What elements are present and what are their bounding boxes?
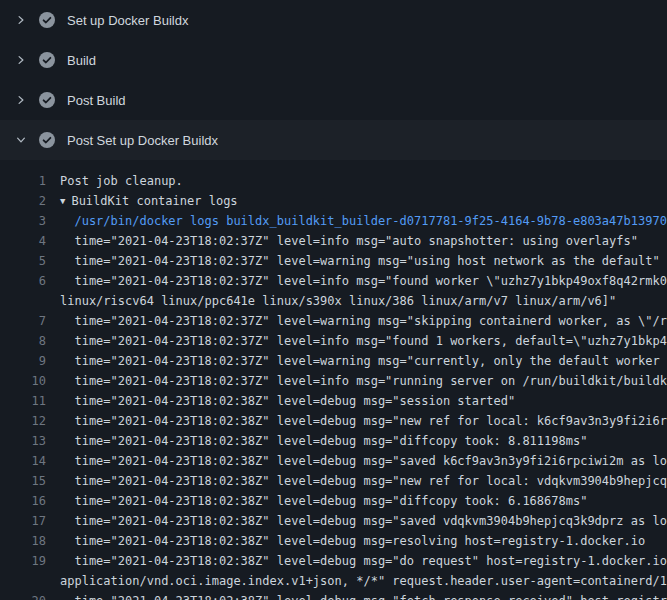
step-header-build[interactable]: Build	[0, 40, 667, 80]
line-number: 15	[0, 471, 46, 491]
log-line: 4 time="2021-04-23T18:02:37Z" level=info…	[0, 231, 667, 251]
log-line: 7 time="2021-04-23T18:02:37Z" level=warn…	[0, 311, 667, 331]
log-text: time="2021-04-23T18:02:38Z" level=debug …	[60, 491, 587, 511]
log-line: 16 time="2021-04-23T18:02:38Z" level=deb…	[0, 491, 667, 511]
line-number: 20	[0, 591, 46, 600]
log-text: time="2021-04-23T18:02:38Z" level=debug …	[60, 591, 667, 600]
triangle-down-icon: ▼	[60, 191, 65, 211]
log-text: time="2021-04-23T18:02:38Z" level=debug …	[60, 511, 667, 531]
line-number	[0, 291, 46, 311]
chevron-right-icon	[14, 53, 28, 67]
log-text: time="2021-04-23T18:02:37Z" level=warnin…	[60, 311, 667, 331]
log-text: time="2021-04-23T18:02:37Z" level=info m…	[60, 371, 667, 391]
log-line: 8 time="2021-04-23T18:02:37Z" level=info…	[0, 331, 667, 351]
line-number: 7	[0, 311, 46, 331]
log-line: 6 time="2021-04-23T18:02:37Z" level=info…	[0, 271, 667, 291]
line-number: 6	[0, 271, 46, 291]
line-number: 1	[0, 171, 46, 191]
line-number: 5	[0, 251, 46, 271]
line-number: 3	[0, 211, 46, 231]
log-line: 3 /usr/bin/docker logs buildx_buildkit_b…	[0, 211, 667, 231]
log-line: 19 time="2021-04-23T18:02:38Z" level=deb…	[0, 551, 667, 571]
line-number: 9	[0, 351, 46, 371]
step-header-post-build[interactable]: Post Build	[0, 80, 667, 120]
line-number: 10	[0, 371, 46, 391]
log-line: 14 time="2021-04-23T18:02:38Z" level=deb…	[0, 451, 667, 471]
log-text: linux/riscv64 linux/ppc641e linux/s390x …	[60, 291, 616, 311]
log-line: application/vnd.oci.image.index.v1+json,…	[0, 571, 667, 591]
chevron-right-icon	[14, 13, 28, 27]
line-number	[0, 571, 46, 591]
log-line: 5 time="2021-04-23T18:02:37Z" level=warn…	[0, 251, 667, 271]
log-line: 11 time="2021-04-23T18:02:38Z" level=deb…	[0, 391, 667, 411]
workflow-log-console: Set up Docker BuildxBuildPost BuildPost …	[0, 0, 667, 600]
log-group-label: BuildKit container logs	[71, 194, 237, 208]
log-text: time="2021-04-23T18:02:37Z" level=warnin…	[60, 251, 660, 271]
log-line: 20 time="2021-04-23T18:02:38Z" level=deb…	[0, 591, 667, 600]
step-title: Set up Docker Buildx	[67, 13, 188, 28]
log-text: time="2021-04-23T18:02:37Z" level=warnin…	[60, 351, 667, 371]
log-line: 13 time="2021-04-23T18:02:38Z" level=deb…	[0, 431, 667, 451]
log-line: linux/riscv64 linux/ppc641e linux/s390x …	[0, 291, 667, 311]
step-header-post-set-up-docker-buildx[interactable]: Post Set up Docker Buildx	[0, 120, 667, 160]
check-circle-icon	[39, 12, 55, 28]
log-text: time="2021-04-23T18:02:38Z" level=debug …	[60, 391, 515, 411]
line-number: 14	[0, 451, 46, 471]
log-command-text[interactable]: /usr/bin/docker logs buildx_buildkit_bui…	[60, 211, 667, 231]
line-number: 8	[0, 331, 46, 351]
log-line: 18 time="2021-04-23T18:02:38Z" level=deb…	[0, 531, 667, 551]
line-number: 13	[0, 431, 46, 451]
step-log-output: 1Post job cleanup.2▼BuildKit container l…	[0, 160, 667, 600]
log-text: time="2021-04-23T18:02:38Z" level=debug …	[60, 431, 587, 451]
step-title: Build	[67, 53, 96, 68]
step-title: Post Build	[67, 93, 126, 108]
log-text: time="2021-04-23T18:02:37Z" level=info m…	[60, 331, 667, 351]
log-line: 12 time="2021-04-23T18:02:38Z" level=deb…	[0, 411, 667, 431]
log-line: 17 time="2021-04-23T18:02:38Z" level=deb…	[0, 511, 667, 531]
check-circle-icon	[39, 92, 55, 108]
check-circle-icon	[39, 132, 55, 148]
step-header-set-up-docker-buildx[interactable]: Set up Docker Buildx	[0, 0, 667, 40]
step-title: Post Set up Docker Buildx	[67, 133, 218, 148]
log-text: time="2021-04-23T18:02:38Z" level=debug …	[60, 411, 667, 431]
log-text: Post job cleanup.	[60, 171, 183, 191]
line-number: 16	[0, 491, 46, 511]
log-line: 1Post job cleanup.	[0, 171, 667, 191]
log-text: time="2021-04-23T18:02:38Z" level=debug …	[60, 451, 667, 471]
log-line: 10 time="2021-04-23T18:02:37Z" level=inf…	[0, 371, 667, 391]
chevron-down-icon	[14, 133, 28, 147]
step-list: Set up Docker BuildxBuildPost BuildPost …	[0, 0, 667, 160]
chevron-right-icon	[14, 93, 28, 107]
line-number: 19	[0, 551, 46, 571]
line-number: 11	[0, 391, 46, 411]
log-text: time="2021-04-23T18:02:38Z" level=debug …	[60, 551, 667, 571]
line-number: 18	[0, 531, 46, 551]
line-number: 12	[0, 411, 46, 431]
log-line: 2▼BuildKit container logs	[0, 191, 667, 211]
log-line: 9 time="2021-04-23T18:02:37Z" level=warn…	[0, 351, 667, 371]
log-text: application/vnd.oci.image.index.v1+json,…	[60, 571, 667, 591]
log-group-toggle[interactable]: ▼BuildKit container logs	[60, 191, 238, 211]
log-text: time="2021-04-23T18:02:38Z" level=debug …	[60, 531, 645, 551]
log-text: time="2021-04-23T18:02:37Z" level=info m…	[60, 271, 667, 291]
line-number: 4	[0, 231, 46, 251]
log-line: 15 time="2021-04-23T18:02:38Z" level=deb…	[0, 471, 667, 491]
line-number: 17	[0, 511, 46, 531]
line-number: 2	[0, 191, 46, 211]
log-text: time="2021-04-23T18:02:37Z" level=info m…	[60, 231, 638, 251]
log-text: time="2021-04-23T18:02:38Z" level=debug …	[60, 471, 667, 491]
check-circle-icon	[39, 52, 55, 68]
